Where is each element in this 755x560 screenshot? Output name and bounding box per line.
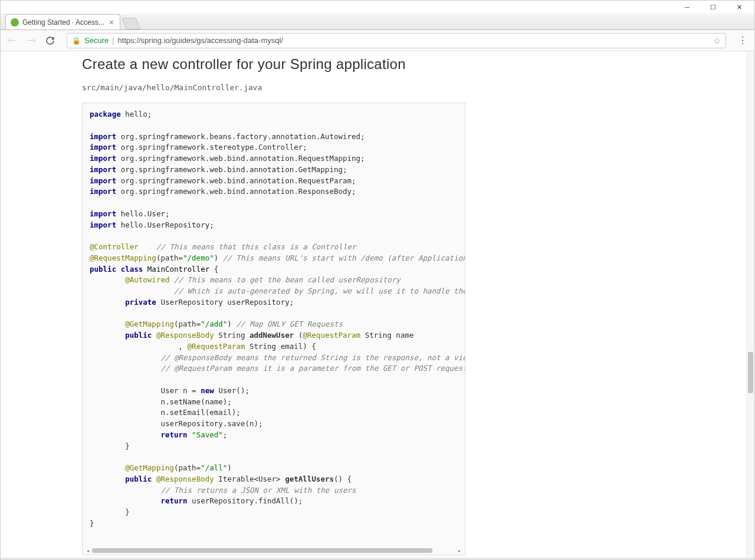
new-tab-button[interactable] xyxy=(122,18,140,29)
code-h-scrollbar[interactable]: ◂ ▸ xyxy=(85,548,462,554)
scroll-right-icon[interactable]: ▸ xyxy=(457,548,462,554)
tab-close-icon[interactable]: × xyxy=(108,18,115,27)
reload-icon xyxy=(45,36,55,45)
h-scroll-thumb[interactable] xyxy=(92,548,432,553)
close-button[interactable]: ✕ xyxy=(726,1,752,14)
browser-menu-button[interactable]: ⋮ xyxy=(736,34,750,48)
window-bottom-border xyxy=(1,558,754,559)
v-scroll-thumb[interactable] xyxy=(748,352,753,393)
scroll-left-icon[interactable]: ◂ xyxy=(85,548,91,554)
secure-label: Secure xyxy=(84,36,109,45)
address-bar[interactable]: 🔒 Secure | https://spring.io/guides/gs/a… xyxy=(67,33,726,48)
bookmark-star-icon[interactable]: ☆ xyxy=(713,36,721,45)
page-content: Create a new controller for your Spring … xyxy=(1,51,472,555)
tab-strip: Getting Started · Access... × xyxy=(1,14,754,30)
spring-favicon-icon xyxy=(11,18,19,27)
code-block-container: package hello; import org.springframewor… xyxy=(82,103,465,555)
section-heading: Create a new controller for your Spring … xyxy=(82,56,472,73)
browser-tab[interactable]: Getting Started · Access... × xyxy=(5,14,120,29)
tab-title: Getting Started · Access... xyxy=(22,18,104,27)
omnibox-divider: | xyxy=(112,36,114,45)
maximize-button[interactable]: ☐ xyxy=(700,1,726,14)
window-titlebar: ─ ☐ ✕ xyxy=(1,1,754,14)
url-text: https://spring.io/guides/gs/accessing-da… xyxy=(118,36,710,45)
reload-button[interactable] xyxy=(43,34,57,48)
page-viewport: Create a new controller for your Spring … xyxy=(1,51,754,559)
lock-icon: 🔒 xyxy=(72,37,81,45)
code-block[interactable]: package hello; import org.springframewor… xyxy=(83,103,465,535)
browser-window: ─ ☐ ✕ Getting Started · Access... × 🡐 🡒 … xyxy=(0,0,755,560)
page-scroll-area[interactable]: Create a new controller for your Spring … xyxy=(1,51,746,559)
page-v-scrollbar[interactable] xyxy=(746,51,754,559)
back-button[interactable]: 🡐 xyxy=(5,34,19,48)
forward-button[interactable]: 🡒 xyxy=(24,34,38,48)
source-file-path: src/main/java/hello/MainController.java xyxy=(82,83,472,92)
minimize-button[interactable]: ─ xyxy=(674,1,700,14)
browser-toolbar: 🡐 🡒 🔒 Secure | https://spring.io/guides/… xyxy=(1,30,754,51)
